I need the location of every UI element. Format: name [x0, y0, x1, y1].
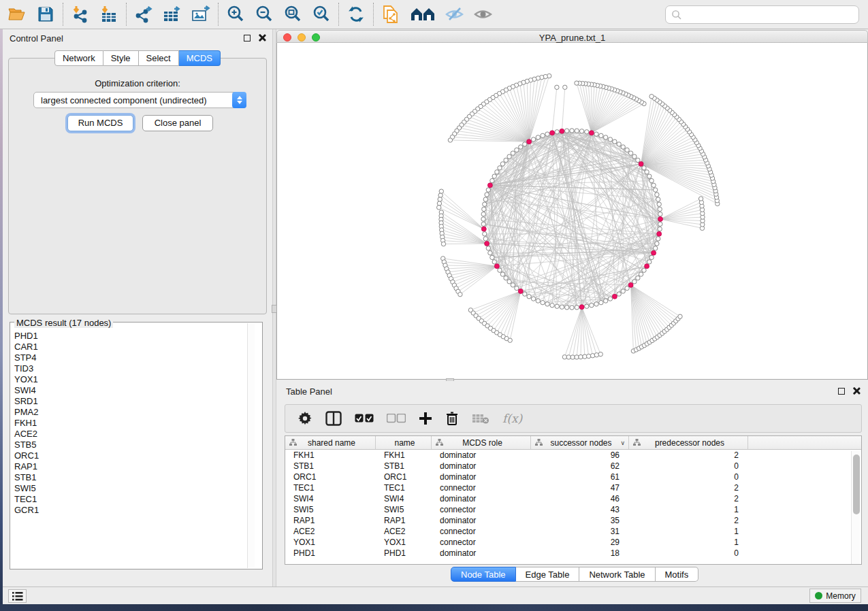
table-panel-title: Table Panel — [286, 386, 332, 397]
mcds-result-item[interactable]: SWI4 — [14, 385, 246, 396]
mcds-tab-content: Optimization criterion: largest connecte… — [8, 58, 267, 314]
tab-select[interactable]: Select — [139, 50, 179, 66]
control-panel-tabs: Network Style Select MCDS — [3, 50, 272, 66]
function-builder-icon[interactable]: f(x) — [502, 412, 522, 425]
tab-motifs[interactable]: Motifs — [656, 567, 699, 582]
network-title: YPA_prune.txt_1 — [277, 33, 867, 43]
zoom-out-icon[interactable] — [254, 4, 274, 24]
mcds-result-item[interactable]: TEC1 — [14, 494, 246, 505]
status-bar: Memory — [3, 587, 868, 604]
memory-button[interactable]: Memory — [809, 589, 861, 603]
mcds-result-item[interactable]: ACE2 — [14, 429, 246, 440]
column-header-empty — [748, 436, 861, 449]
column-header-shared-name[interactable]: shared name — [285, 436, 376, 449]
table-row[interactable]: STB1STB1dominator620 — [285, 461, 861, 472]
tab-network-table[interactable]: Network Table — [579, 567, 655, 582]
export-table-icon[interactable] — [162, 4, 182, 24]
dropdown-stepper-icon — [232, 92, 246, 108]
import-network-icon[interactable] — [70, 4, 91, 24]
hide-selected-icon[interactable] — [445, 4, 465, 24]
float-table-panel-icon[interactable] — [838, 388, 845, 395]
save-icon[interactable] — [35, 4, 56, 24]
table-row[interactable]: ORC1ORC1dominator610 — [285, 472, 861, 482]
search-input[interactable] — [665, 5, 859, 24]
mcds-result-item[interactable]: YOX1 — [14, 374, 246, 385]
import-table-icon[interactable] — [99, 4, 119, 24]
mcds-result-item[interactable]: SWI5 — [14, 483, 246, 494]
zoom-fit-icon[interactable] — [283, 4, 303, 24]
node-table-body: FKH1FKH1dominator962STB1STB1dominator620… — [285, 450, 861, 559]
table-row[interactable]: ACE2ACE2connector311 — [285, 526, 861, 537]
mcds-result-title: MCDS result (17 nodes) — [14, 318, 113, 328]
export-network-icon[interactable] — [133, 4, 154, 24]
main-toolbar — [0, 0, 868, 29]
mcds-result-item[interactable]: PMA2 — [14, 407, 246, 418]
close-panel-icon[interactable] — [258, 34, 266, 42]
tab-style[interactable]: Style — [103, 50, 139, 66]
table-panel: Table Panel — [276, 381, 868, 587]
table-scrollbar-thumb[interactable] — [853, 455, 860, 514]
table-toolbar: f(x) — [285, 404, 862, 433]
mcds-result-list[interactable]: PHD1CAR1STP4TID3YOX1SWI4SRD1PMA2FKH1ACE2… — [12, 331, 246, 567]
open-file-icon[interactable] — [7, 4, 27, 24]
mcds-result-item[interactable]: TID3 — [14, 363, 246, 374]
delete-table-icon[interactable] — [472, 413, 489, 424]
tab-node-table[interactable]: Node Table — [451, 567, 516, 582]
close-table-panel-icon[interactable] — [852, 387, 860, 395]
clone-network-icon[interactable] — [381, 4, 401, 24]
mcds-result-item[interactable]: PHD1 — [14, 331, 246, 342]
table-row[interactable]: SWI4SWI4dominator462 — [285, 493, 861, 504]
mcds-list-scrollbar[interactable] — [247, 323, 255, 568]
table-row[interactable]: RAP1RAP1dominator352 — [285, 515, 861, 526]
delete-column-icon[interactable] — [445, 411, 459, 426]
table-tabs: Node Table Edge Table Network Table Moti… — [451, 567, 698, 582]
search-icon — [671, 10, 682, 20]
column-header-mcds-role[interactable]: MCDS role — [432, 436, 531, 449]
criterion-value: largest connected component (undirected) — [34, 95, 232, 105]
mcds-result-item[interactable]: STP4 — [14, 352, 246, 363]
zoom-in-icon[interactable] — [225, 4, 246, 24]
desktop-bottom-strip — [0, 604, 868, 611]
table-row[interactable]: YOX1YOX1connector291 — [285, 537, 861, 548]
zoom-selected-icon[interactable] — [311, 4, 332, 24]
export-image-icon[interactable] — [191, 4, 211, 24]
mcds-result-item[interactable]: SRD1 — [14, 396, 246, 407]
hide-columns-icon[interactable] — [387, 414, 406, 423]
tab-network[interactable]: Network — [54, 50, 103, 66]
table-row[interactable]: PHD1PHD1dominator180 — [285, 548, 861, 559]
list-icon — [12, 592, 23, 601]
first-neighbors-icon[interactable] — [409, 4, 436, 24]
column-header-name[interactable]: name — [376, 436, 432, 449]
memory-label: Memory — [826, 591, 855, 601]
table-scrollbar[interactable] — [851, 451, 860, 564]
table-settings-gear-icon[interactable] — [298, 411, 312, 426]
task-history-button[interactable] — [8, 589, 27, 603]
mcds-result-item[interactable]: STB5 — [14, 440, 246, 450]
network-titlebar[interactable]: YPA_prune.txt_1 — [276, 30, 868, 43]
mcds-result-item[interactable]: GCR1 — [14, 505, 246, 516]
column-header-predecessor-nodes[interactable]: predecessor nodes — [629, 436, 748, 449]
mcds-result-item[interactable]: RAP1 — [14, 461, 246, 472]
run-mcds-button[interactable]: Run MCDS — [67, 115, 133, 131]
mcds-result-item[interactable]: STB1 — [14, 472, 246, 483]
column-header-successor-nodes[interactable]: successor nodes∨ — [531, 436, 629, 449]
criterion-dropdown[interactable]: largest connected component (undirected) — [33, 92, 246, 108]
tab-edge-table[interactable]: Edge Table — [516, 567, 580, 582]
refresh-icon[interactable] — [346, 4, 366, 24]
optimization-criterion-label: Optimization criterion: — [9, 78, 266, 88]
table-row[interactable]: SWI5SWI5connector431 — [285, 504, 861, 515]
network-canvas[interactable] — [276, 43, 868, 380]
mcds-result-item[interactable]: ORC1 — [14, 450, 246, 461]
table-row[interactable]: FKH1FKH1dominator962 — [285, 450, 861, 461]
show-all-icon[interactable] — [473, 4, 494, 24]
show-columns-icon[interactable] — [355, 414, 374, 423]
close-panel-button[interactable]: Close panel — [142, 115, 213, 131]
split-table-icon[interactable] — [325, 411, 342, 426]
mcds-result-item[interactable]: FKH1 — [14, 418, 246, 429]
mcds-result-item[interactable]: CAR1 — [14, 342, 246, 352]
sort-chevron-icon: ∨ — [620, 440, 625, 446]
float-panel-icon[interactable] — [244, 35, 251, 42]
create-column-icon[interactable] — [419, 412, 432, 425]
table-row[interactable]: TEC1TEC1connector472 — [285, 482, 861, 493]
tab-mcds[interactable]: MCDS — [179, 50, 221, 66]
